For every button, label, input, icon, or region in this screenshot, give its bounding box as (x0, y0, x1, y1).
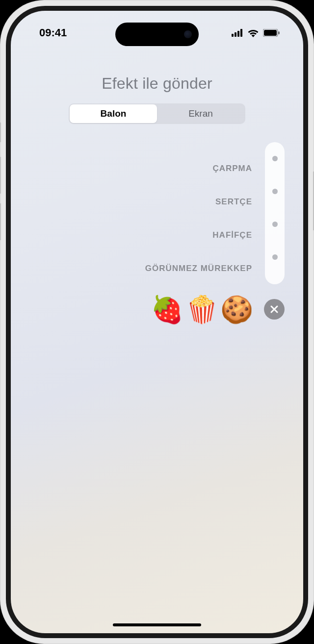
segmented-control[interactable]: Balon Ekran (69, 103, 245, 124)
effect-dot-slam[interactable] (272, 156, 278, 161)
svg-rect-2 (237, 31, 239, 37)
effect-label-invisible-ink: GÖRÜNMEZ MÜREKKEP (145, 252, 252, 285)
message-row: 🍓🍿🍪 (151, 296, 285, 322)
device-frame: 09:41 (0, 0, 314, 644)
effect-label-loud: SERTÇE (215, 185, 252, 219)
screen: 09:41 (11, 11, 303, 633)
effect-dot-invisible-ink[interactable] (272, 254, 278, 260)
svg-rect-3 (240, 29, 242, 37)
svg-rect-1 (235, 32, 236, 37)
page-title: Efekt ile gönder (11, 74, 303, 93)
mute-switch (0, 123, 1, 142)
effect-dot-gentle[interactable] (272, 222, 278, 227)
message-content: 🍓🍿🍪 (151, 296, 255, 322)
close-icon (270, 305, 279, 314)
effects-area: ÇARPMA SERTÇE HAFİFÇE GÖRÜNMEZ MÜREKKEP (145, 142, 285, 285)
svg-rect-0 (232, 34, 234, 37)
wifi-icon (247, 28, 259, 37)
dynamic-island (115, 23, 199, 46)
effects-labels: ÇARPMA SERTÇE HAFİFÇE GÖRÜNMEZ MÜREKKEP (145, 142, 265, 285)
status-icons (232, 28, 284, 37)
cellular-signal-icon (232, 29, 243, 37)
close-button[interactable] (264, 299, 285, 320)
battery-icon (263, 29, 280, 37)
volume-up-button (0, 157, 1, 194)
status-time: 09:41 (30, 26, 67, 39)
volume-down-button (0, 203, 1, 240)
tab-screen[interactable]: Ekran (157, 104, 244, 123)
effect-label-gentle: HAFİFÇE (212, 219, 252, 252)
effect-label-slam: ÇARPMA (212, 152, 252, 185)
effect-dot-loud[interactable] (272, 189, 278, 194)
svg-rect-6 (278, 31, 280, 34)
tab-balloon[interactable]: Balon (70, 104, 157, 123)
effects-rail (265, 142, 285, 284)
front-camera (184, 30, 192, 38)
home-indicator[interactable] (113, 623, 201, 626)
svg-rect-5 (264, 30, 277, 36)
